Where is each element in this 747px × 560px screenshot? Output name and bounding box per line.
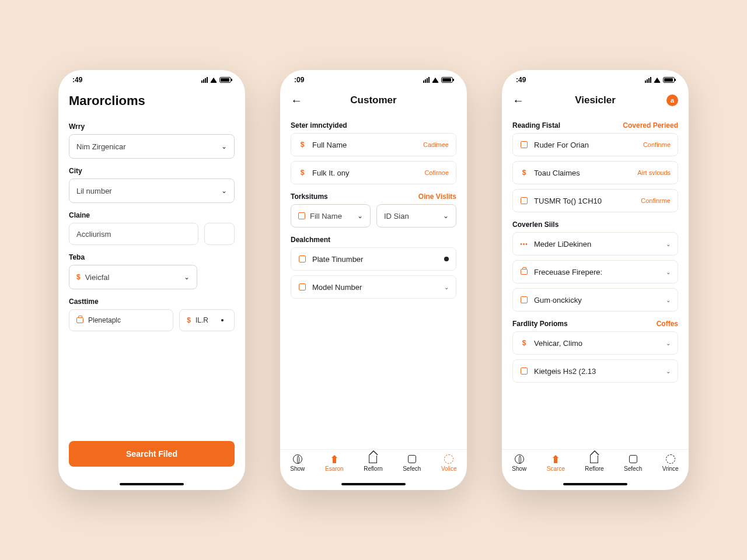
list-item[interactable]: Freceuase Firepere: ⌄ <box>512 260 678 284</box>
square-icon <box>520 296 528 304</box>
dollar-icon: $ <box>298 141 306 149</box>
dot-icon <box>444 257 449 261</box>
chevron-down-icon: ⌄ <box>666 241 671 247</box>
fillname-select[interactable]: Fill Name ⌄ <box>291 204 371 228</box>
status-icons <box>423 77 453 83</box>
list-item[interactable]: Plate Tinumber <box>291 247 456 271</box>
wrry-value: Nim Zirgenicar <box>76 142 126 151</box>
section-link[interactable]: Oine Vislits <box>418 192 456 201</box>
page-title: Marorclioms <box>69 93 145 108</box>
status-time: :09 <box>294 76 304 84</box>
list-item[interactable]: TUSMR To() 1CH10 Confinrme <box>512 189 678 212</box>
wrry-select[interactable]: Nim Zirgenicar ⌄ <box>69 134 235 159</box>
field-label-wrry: Wrry <box>69 123 235 131</box>
city-value: Lil number <box>76 187 112 195</box>
dollar-icon: $ <box>187 316 191 324</box>
tab-show[interactable]: Show <box>290 454 305 472</box>
chip2-label: IL.R <box>196 316 208 324</box>
list-item[interactable]: ••• Meder LiDekinen ⌄ <box>512 232 678 256</box>
tab-sefech[interactable]: Sefech <box>624 454 642 472</box>
list-item[interactable]: $ Vehicar, Climo ⌄ <box>512 331 678 355</box>
tab-reflorn[interactable]: Reflorn <box>364 454 382 472</box>
tab-vrince[interactable]: Vrince <box>662 454 679 472</box>
header: Marorclioms <box>58 90 245 114</box>
tab-label: Reflorn <box>364 466 382 472</box>
item-text: Vehicar, Climo <box>534 339 582 348</box>
list-item[interactable]: $ Toau Claimes Airt svlouds <box>512 161 678 184</box>
claine-input[interactable]: Accliurism <box>69 223 198 245</box>
list-item[interactable]: Kietgeis Hs2 (2.13 ⌄ <box>512 359 678 383</box>
list-item[interactable]: Ruder For Orian Confinme <box>512 133 678 156</box>
phone-screen-3: :49 ← Viesicler a Reading Fistal Covered… <box>502 70 689 490</box>
square-icon <box>298 212 305 219</box>
section-link[interactable]: Coffes <box>657 320 678 328</box>
select-value: Fill Name <box>310 212 342 220</box>
list-item[interactable]: $ Full Name Cadimee <box>291 133 456 156</box>
tab-label: Esaron <box>325 466 344 472</box>
item-text: Fulk It. ony <box>312 169 350 177</box>
briefcase-icon <box>520 268 528 276</box>
item-text: Model Number <box>312 283 362 292</box>
tab-esaron[interactable]: Esaron <box>325 454 344 472</box>
list-item[interactable]: Model Number ⌄ <box>291 275 456 299</box>
casttime-chip-2[interactable]: $ IL.R <box>179 309 235 331</box>
tab-sefech[interactable]: Sefech <box>403 454 421 472</box>
tab-label: Scarce <box>547 466 565 472</box>
square-icon <box>628 454 638 464</box>
status-time: :49 <box>516 76 526 84</box>
phone-screen-2: :09 ← Customer Seter imnctyided $ Full N… <box>280 70 467 490</box>
section-label: Fardlity Porioms <box>512 320 568 328</box>
item-text: Full Name <box>312 141 347 149</box>
item-text: Meder LiDekinen <box>534 240 591 249</box>
item-text: Kietgeis Hs2 (2.13 <box>534 367 596 376</box>
briefcase-icon <box>76 317 83 323</box>
tab-reflore[interactable]: Reflore <box>585 454 603 472</box>
section-label: Coverlen Siils <box>512 220 678 229</box>
square-icon <box>520 141 528 149</box>
signal-icon <box>201 77 208 83</box>
teba-select[interactable]: $ Vieicfal ⌄ <box>69 265 197 289</box>
tab-show[interactable]: Show <box>512 454 526 472</box>
home-indicator <box>341 483 406 485</box>
item-right-link[interactable]: Confinme <box>643 141 671 148</box>
item-text: Gum·onckicky <box>534 296 582 304</box>
header-badge[interactable]: a <box>666 94 678 106</box>
idsian-select[interactable]: ID Sian ⌄ <box>376 204 456 228</box>
item-right-link[interactable]: Confinrme <box>641 197 671 204</box>
section-link[interactable]: Covered Perieed <box>623 121 678 130</box>
search-button[interactable]: Searcht Filed <box>69 441 235 467</box>
claine-secondary-input[interactable] <box>204 223 235 245</box>
dot-icon <box>221 319 224 321</box>
status-icons <box>201 77 231 83</box>
list-item[interactable]: Gum·onckicky ⌄ <box>512 288 678 312</box>
tab-label: Sefech <box>624 466 642 472</box>
chevron-down-icon: ⌄ <box>184 273 190 281</box>
item-right-link[interactable]: Airt svlouds <box>637 169 671 176</box>
city-select[interactable]: Lil number ⌄ <box>69 178 235 203</box>
casttime-chip-1[interactable]: Plenetaplc <box>69 309 173 331</box>
tab-volice[interactable]: Volice <box>441 454 457 472</box>
battery-icon <box>663 77 675 83</box>
field-label-claine: Claine <box>69 211 235 219</box>
back-button[interactable]: ← <box>291 94 302 107</box>
item-right-link[interactable]: Cadimee <box>423 141 449 148</box>
dollar-icon: $ <box>76 273 81 281</box>
item-right-link[interactable]: Cofirnoe <box>424 169 449 176</box>
square-icon <box>298 255 306 263</box>
item-text: Toau Claimes <box>534 169 580 177</box>
list-item[interactable]: $ Fulk It. ony Cofirnoe <box>291 161 456 184</box>
select-value: ID Sian <box>384 212 409 220</box>
section-label: Seter imnctyided <box>291 121 456 130</box>
back-button[interactable]: ← <box>512 94 524 107</box>
tab-scarce[interactable]: Scarce <box>547 454 565 472</box>
claine-value: Accliurism <box>76 230 111 239</box>
tab-label: Sefech <box>403 466 421 472</box>
dots-icon: ••• <box>520 240 528 248</box>
search-button-label: Searcht Filed <box>126 449 177 459</box>
building-icon <box>329 454 340 464</box>
chip1-label: Plenetaplc <box>88 316 121 324</box>
globe-icon <box>514 454 525 464</box>
chevron-down-icon: ⌄ <box>221 187 227 195</box>
tab-label: Show <box>512 466 526 472</box>
chevron-down-icon: ⌄ <box>221 142 227 150</box>
